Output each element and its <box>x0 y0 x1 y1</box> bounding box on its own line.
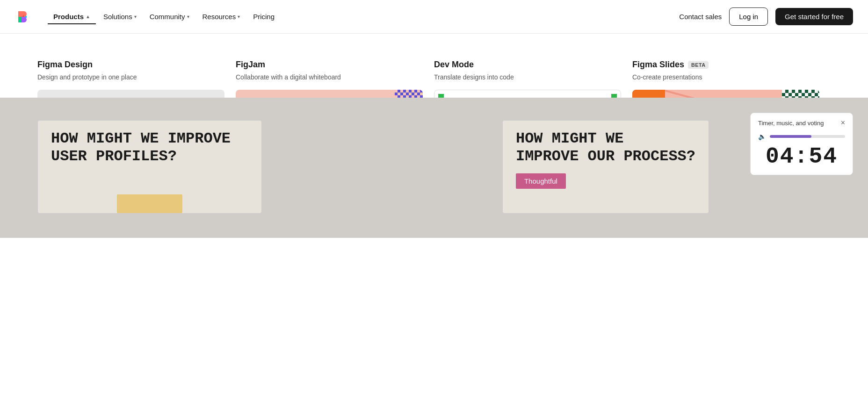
nav-left: Products ▲ Solutions ▾ Community ▾ Resou… <box>15 8 280 26</box>
timer-title: Timer, music, and voting <box>758 120 824 127</box>
product-title: Dev Mode <box>434 60 621 70</box>
product-title: Figma Slides BETA <box>632 60 819 70</box>
close-icon[interactable]: × <box>841 119 845 127</box>
volume-icon[interactable]: 🔈 <box>758 133 766 140</box>
nav-links: Products ▲ Solutions ▾ Community ▾ Resou… <box>48 9 280 24</box>
timer-panel: Timer, music, and voting × 🔈 04:54 <box>750 113 853 175</box>
navbar: Products ▲ Solutions ▾ Community ▾ Resou… <box>0 0 868 34</box>
chevron-down-icon: ▾ <box>134 14 137 19</box>
timer-display: 04:54 <box>758 144 845 169</box>
timer-controls: 🔈 <box>758 133 845 140</box>
left-hero-text: HOW MIGHT WE IMPROVE USER PROFILES? <box>51 130 238 166</box>
left-whiteboard: HOW MIGHT WE IMPROVE USER PROFILES? <box>37 120 262 214</box>
beta-badge: BETA <box>688 61 709 69</box>
nav-right: Contact sales Log in Get started for fre… <box>679 7 853 26</box>
chevron-down-icon: ▾ <box>238 14 240 19</box>
timer-progress-fill <box>770 135 811 138</box>
product-title: FigJam <box>236 60 423 70</box>
product-title: Figma Design <box>37 60 224 70</box>
login-button[interactable]: Log in <box>729 7 768 26</box>
sticky-note: Thoughtful <box>516 173 566 189</box>
timer-progress-bar <box>770 135 845 138</box>
chevron-down-icon: ▲ <box>86 14 90 19</box>
nav-link-pricing[interactable]: Pricing <box>247 9 280 24</box>
figma-logo[interactable] <box>15 8 33 26</box>
nav-link-solutions[interactable]: Solutions ▾ <box>98 9 142 24</box>
timer-header: Timer, music, and voting × <box>758 119 845 127</box>
product-desc: Collaborate with a digital whiteboard <box>236 72 423 82</box>
contact-sales-link[interactable]: Contact sales <box>679 13 722 21</box>
nav-link-community[interactable]: Community ▾ <box>144 9 195 24</box>
nav-link-products[interactable]: Products ▲ <box>48 9 96 24</box>
chevron-down-icon: ▾ <box>187 14 189 19</box>
right-whiteboard: HOW MIGHT WE IMPROVE OUR PROCESS? Though… <box>502 120 709 214</box>
get-started-button[interactable]: Get started for free <box>775 8 853 25</box>
right-hero-text: HOW MIGHT WE IMPROVE OUR PROCESS? <box>516 130 695 166</box>
product-desc: Translate designs into code <box>434 72 621 82</box>
product-desc: Design and prototype in one place <box>37 72 224 82</box>
nav-link-resources[interactable]: Resources ▾ <box>197 9 246 24</box>
hero-section: HOW MIGHT WE IMPROVE USER PROFILES? HOW … <box>0 98 868 238</box>
product-desc: Co-create presentations <box>632 72 819 82</box>
